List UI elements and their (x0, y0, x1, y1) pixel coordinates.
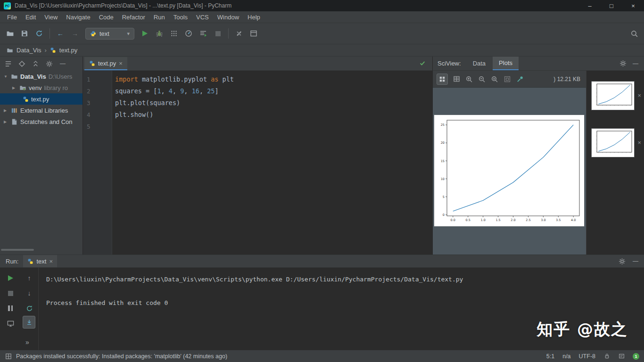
caret-position[interactable]: 5:1 (546, 353, 554, 360)
svg-text:5: 5 (443, 195, 445, 199)
status-message[interactable]: Packages installed successfully: Install… (16, 353, 227, 360)
back-icon[interactable]: ← (56, 30, 65, 37)
stop-icon[interactable] (6, 288, 15, 298)
menu-item-edit[interactable]: Edit (21, 11, 40, 23)
code-line[interactable] (115, 121, 234, 132)
code-editor[interactable]: 1 2 3 4 5 import matplotlib.pyplot as pl… (83, 71, 432, 255)
horizontal-scrollbar[interactable] (1, 249, 34, 251)
menu-item-vcs[interactable]: VCS (192, 11, 213, 23)
run-config-selector[interactable]: text ▾ (85, 28, 134, 40)
thumbnail-view-icon[interactable] (437, 74, 448, 85)
locate-file-icon[interactable] (17, 59, 26, 68)
sciview-tab-plots[interactable]: Plots (493, 57, 519, 70)
project-view-icon[interactable] (4, 59, 12, 68)
tree-item-project-root[interactable]: ▼ Data_Vis D:\Users (0, 71, 83, 82)
event-log-icon[interactable] (618, 353, 625, 360)
table-view-icon[interactable] (452, 75, 461, 83)
chevron-expanded-icon[interactable]: ▼ (4, 74, 8, 79)
code-token: import (115, 75, 138, 83)
hide-panel-icon[interactable]: — (633, 258, 638, 264)
plots-area: ) 12.21 KB 0.00.51.01.52.02.53.03.54.005… (433, 71, 586, 255)
tree-item-external-libraries[interactable]: ▶ External Libraries (0, 105, 83, 116)
git-branch[interactable]: n/a (562, 353, 570, 360)
menu-item-view[interactable]: View (40, 11, 62, 23)
restore-layout-icon[interactable] (25, 304, 34, 313)
close-thumbnail-icon[interactable]: × (637, 92, 641, 99)
close-thumbnail-icon[interactable]: × (637, 139, 641, 146)
zoom-actual-size-icon[interactable] (490, 75, 499, 83)
tree-item-scratches[interactable]: ▶ Scratches and Con (0, 116, 83, 127)
menu-item-file[interactable]: File (3, 11, 21, 23)
plot-thumbnail[interactable] (591, 81, 635, 110)
menu-item-navigate[interactable]: Navigate (62, 11, 94, 23)
down-arrow-icon[interactable]: ↓ (25, 288, 34, 298)
gear-icon[interactable] (619, 59, 627, 68)
menu-item-code[interactable]: Code (95, 11, 118, 23)
code-line[interactable]: plt.plot(squares) (115, 97, 234, 109)
up-arrow-icon[interactable]: ↑ (25, 273, 34, 283)
tree-item-textpy[interactable]: text.py (0, 93, 83, 105)
inspections-ok-icon[interactable] (419, 60, 426, 68)
pause-output-icon[interactable] (6, 304, 15, 313)
python-file-icon (89, 60, 95, 66)
chevron-down-icon: ▾ (127, 31, 130, 37)
lock-icon[interactable] (603, 353, 610, 360)
close-button[interactable]: × (622, 0, 644, 11)
debug-icon[interactable] (155, 29, 164, 38)
open-folder-icon[interactable] (6, 29, 14, 38)
console-icon[interactable] (6, 319, 15, 328)
tree-item-venv[interactable]: ▶ venv library ro (0, 82, 83, 93)
rerun-icon[interactable] (6, 273, 15, 283)
menu-item-help[interactable]: Help (243, 11, 264, 23)
gear-icon[interactable] (45, 59, 53, 68)
maximize-button[interactable]: □ (601, 0, 622, 11)
menu-item-window[interactable]: Window (213, 11, 243, 23)
chevron-collapsed-icon[interactable]: ▶ (12, 86, 17, 90)
coverage-icon[interactable] (170, 29, 178, 38)
code-line[interactable]: squares = [1, 4, 9, 16, 25] (115, 85, 234, 97)
plot-thumbnail[interactable] (591, 128, 635, 157)
code-text[interactable]: import matplotlib.pyplot as plt squares … (112, 71, 234, 255)
project-structure-icon[interactable] (249, 29, 258, 38)
breadcrumb-item-project[interactable]: Data_Vis (17, 47, 41, 54)
more-actions-icon[interactable]: » (23, 337, 32, 347)
file-encoding[interactable]: UTF-8 (579, 353, 595, 360)
plot-figure[interactable]: 0.00.51.01.52.02.53.03.54.00510152025 (434, 115, 585, 227)
sync-icon[interactable] (35, 29, 43, 38)
gear-icon[interactable] (618, 257, 626, 265)
window-title: Data_Vis [D:\Users\liuxin\PycharmProject… (15, 2, 231, 9)
run-with-console-icon[interactable] (199, 29, 207, 38)
hide-panel-icon[interactable]: — (633, 60, 638, 67)
code-token: , (161, 87, 169, 95)
editor-tab-textpy[interactable]: text.py × (84, 57, 127, 70)
notification-badge[interactable]: 1 (633, 353, 639, 360)
close-tab-icon[interactable]: × (49, 258, 53, 265)
close-tab-icon[interactable]: × (119, 60, 123, 67)
run-icon[interactable] (140, 29, 149, 38)
hide-panel-icon[interactable]: — (58, 59, 67, 68)
chevron-collapsed-icon[interactable]: ▶ (4, 108, 8, 113)
forward-icon[interactable]: → (71, 30, 79, 37)
code-line[interactable]: plt.show() (115, 109, 234, 121)
zoom-in-icon[interactable] (465, 75, 473, 83)
sciview-title: SciView: (438, 60, 466, 67)
chevron-collapsed-icon[interactable]: ▶ (4, 120, 8, 124)
menu-item-run[interactable]: Run (149, 11, 169, 23)
sciview-tab-data[interactable]: Data (467, 57, 492, 70)
settings-tools-icon[interactable] (235, 29, 243, 38)
eyedropper-icon[interactable] (516, 75, 524, 83)
search-icon[interactable] (630, 29, 638, 38)
fit-to-view-icon[interactable] (503, 75, 512, 83)
save-all-icon[interactable] (20, 29, 29, 38)
zoom-out-icon[interactable] (478, 75, 486, 83)
menu-item-tools[interactable]: Tools (169, 11, 192, 23)
code-line[interactable]: import matplotlib.pyplot as plt (115, 74, 234, 85)
run-tab-text[interactable]: text × (23, 255, 57, 267)
minimize-button[interactable]: – (579, 0, 601, 11)
breadcrumb-item-file[interactable]: text.py (59, 47, 77, 54)
scroll-to-end-icon[interactable] (23, 316, 35, 329)
package-icon[interactable] (5, 353, 12, 360)
profiler-icon[interactable] (184, 29, 193, 38)
collapse-all-icon[interactable] (31, 59, 40, 68)
menu-item-refactor[interactable]: Refactor (118, 11, 149, 23)
